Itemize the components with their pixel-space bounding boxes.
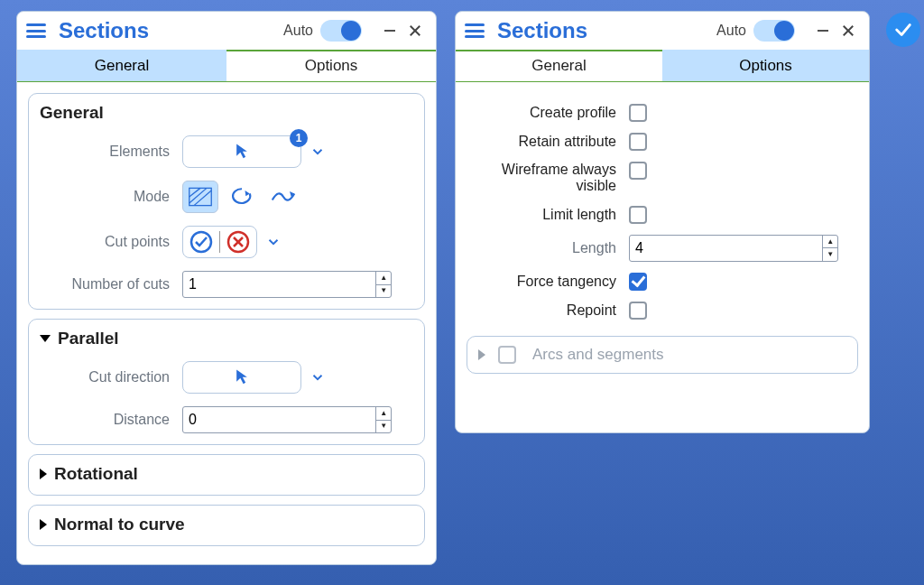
- numcuts-input[interactable]: [183, 272, 375, 297]
- mode-wave-icon[interactable]: [265, 181, 301, 213]
- close-button[interactable]: [405, 21, 425, 41]
- row-limit-length: Limit length: [467, 206, 858, 224]
- checkbox-arcs-segments[interactable]: [498, 346, 516, 364]
- group-title: Normal to curve: [54, 515, 185, 534]
- group-parallel: Parallel Cut direction Distance: [28, 319, 425, 445]
- cutdir-chevron-down-icon[interactable]: [307, 367, 328, 388]
- row-numcuts: Number of cuts ▲▼: [40, 271, 413, 298]
- label-create-profile: Create profile: [467, 105, 629, 121]
- distance-input[interactable]: [183, 407, 375, 432]
- separator: [219, 231, 220, 253]
- label-mode: Mode: [40, 189, 182, 205]
- spin-down-icon[interactable]: ▼: [376, 285, 391, 298]
- panel-title: Sections: [497, 18, 716, 43]
- panel-body: Create profile Retain attribute Wirefram…: [456, 84, 869, 395]
- panel-body: General Elements 1 M: [17, 84, 436, 568]
- label-limit-length: Limit length: [467, 207, 629, 223]
- checkbox-create-profile[interactable]: [629, 104, 647, 122]
- spin-down-icon[interactable]: ▼: [823, 248, 837, 261]
- label-wireframe: Wireframe always visible: [467, 162, 629, 195]
- distance-stepper[interactable]: ▲▼: [182, 406, 392, 433]
- length-input[interactable]: [630, 236, 822, 261]
- tab-general[interactable]: General: [17, 50, 226, 81]
- panel-header: Sections Auto: [17, 12, 436, 51]
- row-force-tangency: Force tangency: [467, 273, 858, 291]
- hamburger-icon[interactable]: [26, 21, 46, 41]
- row-retain-attribute: Retain attribute: [467, 133, 858, 151]
- auto-toggle[interactable]: [320, 20, 362, 42]
- disclosure-closed-icon[interactable]: [478, 349, 485, 360]
- check-circle-icon: [189, 229, 214, 255]
- mode-hatch-plane-icon[interactable]: [182, 181, 218, 213]
- minimize-button[interactable]: [813, 21, 833, 41]
- row-mode: Mode: [40, 181, 413, 213]
- row-cutdir: Cut direction: [40, 361, 413, 394]
- label-cutpoints: Cut points: [40, 234, 182, 250]
- group-title: Parallel: [58, 329, 119, 348]
- row-wireframe: Wireframe always visible: [467, 162, 858, 195]
- spin-up-icon[interactable]: ▲: [376, 272, 391, 285]
- cursor-icon: [233, 367, 251, 389]
- row-length: Length ▲▼: [467, 235, 858, 262]
- checkbox-retain-attribute[interactable]: [629, 133, 647, 151]
- group-title: Arcs and segments: [532, 346, 664, 364]
- tab-general[interactable]: General: [456, 50, 662, 81]
- numcuts-stepper[interactable]: ▲▼: [182, 271, 392, 298]
- spin-up-icon[interactable]: ▲: [376, 407, 391, 421]
- checkbox-force-tangency[interactable]: [629, 273, 647, 291]
- group-title: Rotational: [54, 464, 138, 484]
- tab-bar: General Options: [456, 50, 869, 82]
- auto-label: Auto: [716, 23, 746, 39]
- label-cutdir: Cut direction: [40, 369, 182, 385]
- minimize-button[interactable]: [380, 21, 400, 41]
- cutdir-picker[interactable]: [182, 361, 301, 394]
- label-distance: Distance: [40, 412, 182, 428]
- tab-bar: General Options: [17, 50, 436, 82]
- length-stepper[interactable]: ▲▼: [629, 235, 838, 262]
- label-length: Length: [467, 240, 629, 256]
- row-create-profile: Create profile: [467, 104, 858, 122]
- group-title: General: [40, 103, 104, 123]
- row-cutpoints: Cut points: [40, 226, 413, 258]
- row-elements: Elements 1: [40, 135, 413, 168]
- elements-count-badge: 1: [290, 129, 308, 147]
- group-rotational[interactable]: Rotational: [28, 454, 425, 496]
- auto-label: Auto: [283, 23, 313, 39]
- label-elements: Elements: [40, 144, 182, 160]
- label-force-tangency: Force tangency: [467, 274, 629, 290]
- tab-options[interactable]: Options: [226, 50, 436, 81]
- label-repoint: Repoint: [467, 302, 629, 319]
- elements-chevron-down-icon[interactable]: [307, 141, 328, 162]
- row-repoint: Repoint: [467, 302, 858, 320]
- auto-toggle[interactable]: [753, 20, 795, 42]
- mode-rotate-icon[interactable]: [224, 181, 260, 213]
- cursor-icon: [233, 141, 251, 163]
- disclosure-closed-icon[interactable]: [40, 469, 47, 479]
- spin-down-icon[interactable]: ▼: [376, 421, 391, 433]
- close-button[interactable]: [838, 21, 858, 41]
- approve-fab-check-icon[interactable]: [886, 13, 920, 47]
- sections-panel-options: Sections Auto General Options Create pro…: [455, 11, 870, 433]
- label-retain-attribute: Retain attribute: [467, 134, 629, 150]
- cutpoints-chevron-down-icon[interactable]: [263, 231, 284, 253]
- panel-title: Sections: [59, 18, 283, 43]
- panel-header: Sections Auto: [456, 12, 869, 51]
- label-numcuts: Number of cuts: [40, 276, 182, 292]
- tab-options[interactable]: Options: [662, 50, 869, 81]
- cutpoints-selector[interactable]: [182, 226, 257, 258]
- svg-marker-7: [245, 190, 250, 196]
- elements-picker[interactable]: 1: [182, 135, 301, 168]
- checkbox-repoint[interactable]: [629, 302, 647, 320]
- spin-up-icon[interactable]: ▲: [823, 236, 837, 249]
- row-distance: Distance ▲▼: [40, 406, 413, 433]
- group-normal[interactable]: Normal to curve: [28, 505, 425, 546]
- disclosure-closed-icon[interactable]: [40, 519, 47, 530]
- checkbox-limit-length[interactable]: [629, 206, 647, 224]
- checkbox-wireframe[interactable]: [629, 162, 647, 180]
- sections-panel-general: Sections Auto General Options General El…: [16, 11, 437, 565]
- disclosure-open-icon[interactable]: [40, 335, 51, 342]
- group-general: General Elements 1 M: [28, 93, 425, 310]
- svg-rect-3: [189, 188, 212, 205]
- hamburger-icon[interactable]: [465, 21, 485, 41]
- group-arcs-segments[interactable]: Arcs and segments: [467, 336, 858, 374]
